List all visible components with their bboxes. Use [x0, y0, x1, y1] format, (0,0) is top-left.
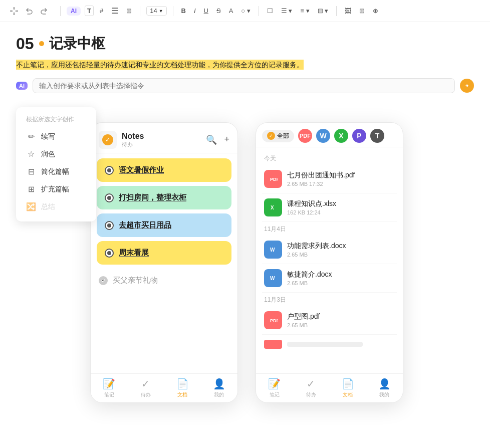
- subtitle-text: 不止笔记，应用还包括轻量的待办速记和专业的文档处理功能，为你提供全方位的记录服务…: [16, 60, 304, 70]
- highlight-btn[interactable]: A: [227, 6, 235, 16]
- filter-bar: ✓ 全部 PDF W X P T: [256, 123, 403, 147]
- file-item-1[interactable]: X 课程知识点.xlsx 162 KB 12:24: [262, 193, 397, 222]
- image-btn[interactable]: 🖼: [343, 6, 353, 16]
- phone-app-icon: ✓: [99, 131, 117, 149]
- table-btn[interactable]: ⊞: [124, 6, 134, 16]
- svg-text:PDF: PDF: [270, 318, 278, 323]
- move-icon[interactable]: [8, 5, 20, 17]
- filter-pdf[interactable]: PDF: [298, 129, 312, 143]
- text-btn[interactable]: T: [85, 6, 94, 16]
- right-nav-mine-label: 我的: [379, 391, 389, 398]
- task-radio-inner-3: [107, 223, 111, 228]
- nav-docs-label: 文档: [177, 391, 187, 398]
- ai-button[interactable]: AI: [67, 7, 81, 16]
- filter-ppt[interactable]: P: [352, 129, 366, 143]
- page-title: 记录中枢: [49, 34, 105, 53]
- file-info-partial: [287, 342, 395, 347]
- filter-text[interactable]: T: [370, 129, 384, 143]
- redo-icon[interactable]: [38, 5, 50, 17]
- checkbox-btn[interactable]: ☐: [265, 6, 275, 16]
- task-item-1[interactable]: 语文暑假作业: [97, 158, 231, 182]
- file-icon-partial: [264, 340, 282, 349]
- bullet-btn[interactable]: ☰ ▾: [279, 6, 295, 16]
- dropdown-menu: 根据所选文字创作 ✏ 续写 ☆ 润色 ⊟ 简化篇幅 ⊞ 扩充篇幅 🔀 总结: [16, 107, 96, 221]
- file-item-0[interactable]: PDF 七月份出团通知书.pdf 2.65 MB 17:32: [262, 165, 397, 193]
- file-name-0: 七月份出团通知书.pdf: [287, 171, 395, 180]
- task-radio-2: [105, 193, 114, 202]
- right-panel-documents: ✓ 全部 PDF W X P T 今天 PDF: [256, 122, 403, 403]
- filter-word[interactable]: W: [316, 129, 330, 143]
- right-nav-todo-label: 待办: [306, 391, 316, 398]
- bold-btn[interactable]: B: [179, 6, 188, 16]
- list-btn[interactable]: ☰: [109, 5, 120, 17]
- phone-tasks: 语文暑假作业 打扫房间，整理衣柜 去超市买日用品: [91, 153, 237, 270]
- table2-btn[interactable]: ⊞: [357, 6, 367, 16]
- right-nav-mine[interactable]: 👤 我的: [366, 374, 403, 402]
- filter-check-icon: ✓: [267, 132, 275, 140]
- file-info-2: 功能需求列表.docx 2.65 MB: [287, 242, 395, 258]
- dropdown-item-polish[interactable]: ☆ 润色: [20, 145, 92, 163]
- phone-nav-docs[interactable]: 📄 文档: [164, 374, 201, 402]
- phone-nav-notes[interactable]: 📝 笔记: [91, 374, 127, 402]
- right-nav-notes[interactable]: 📝 笔记: [256, 374, 293, 402]
- phone-nav-todo[interactable]: ✓ 待办: [127, 374, 164, 402]
- file-meta-2: 2.65 MB: [287, 252, 395, 258]
- font-size-selector[interactable]: 14 ▼: [146, 6, 166, 16]
- phone-nav-mine[interactable]: 👤 我的: [201, 374, 237, 402]
- divider-3: [173, 6, 173, 16]
- hash-btn[interactable]: #: [98, 6, 105, 16]
- orange-dot: [39, 41, 44, 46]
- summary-icon: 🔀: [26, 202, 36, 211]
- task-text-3: 去超市买日用品: [119, 220, 171, 230]
- nav-todo-icon: ✓: [141, 378, 150, 390]
- file-info-1: 课程知识点.xlsx 162 KB 12:24: [287, 199, 395, 215]
- date-nov3: 11月3日: [262, 293, 397, 306]
- task-item-4[interactable]: 周末看展: [97, 241, 231, 265]
- file-item-partial[interactable]: [262, 335, 397, 354]
- file-list: 今天 PDF 七月份出团通知书.pdf 2.65 MB 17:32: [256, 147, 403, 373]
- svg-text:W: W: [270, 247, 275, 253]
- circle-btn[interactable]: ○ ▾: [239, 6, 252, 16]
- task-item-3[interactable]: 去超市买日用品: [97, 213, 231, 237]
- ai-input[interactable]: [39, 82, 448, 90]
- right-nav-todo[interactable]: ✓ 待办: [293, 374, 329, 402]
- file-meta-3: 2.65 MB: [287, 280, 395, 286]
- phone-search-icon[interactable]: 🔍: [206, 134, 217, 145]
- filter-excel[interactable]: X: [334, 129, 348, 143]
- toolbar-nav: [8, 5, 50, 17]
- task-item-completed[interactable]: 买父亲节礼物: [91, 270, 237, 291]
- file-item-4[interactable]: PDF 户型图.pdf 2.65 MB: [262, 306, 397, 335]
- underline-btn[interactable]: U: [202, 6, 210, 16]
- nav-docs-icon: 📄: [176, 378, 189, 390]
- task-item-2[interactable]: 打扫房间，整理衣柜: [97, 186, 231, 209]
- main-content: 05 记录中枢 不止笔记，应用还包括轻量的待办速记和专业的文档处理功能，为你提供…: [0, 22, 490, 93]
- nav-mine-icon: 👤: [213, 378, 225, 390]
- align-btn[interactable]: ≡ ▾: [298, 6, 311, 16]
- file-item-2[interactable]: W 功能需求列表.docx 2.65 MB: [262, 236, 397, 264]
- strikethrough-btn[interactable]: S: [214, 6, 223, 16]
- file-info-0: 七月份出团通知书.pdf 2.65 MB 17:32: [287, 171, 395, 187]
- right-nav-docs[interactable]: 📄 文档: [330, 374, 366, 402]
- phone-app-info: Notes 待办: [122, 132, 144, 148]
- ai-input-container[interactable]: [33, 78, 455, 93]
- dropdown-item-continue[interactable]: ✏ 续写: [20, 128, 92, 145]
- file-item-3[interactable]: W 敏捷简介.docx 2.65 MB: [262, 264, 397, 293]
- right-nav-docs-label: 文档: [343, 391, 353, 398]
- ai-send-button[interactable]: [460, 79, 474, 93]
- svg-text:X: X: [271, 205, 274, 210]
- insert-btn[interactable]: ⊕: [371, 6, 380, 16]
- right-nav-mine-icon: 👤: [378, 378, 391, 390]
- indent-btn[interactable]: ⊟ ▾: [316, 6, 331, 16]
- dropdown-item-summary[interactable]: 🔀 总结: [20, 198, 92, 215]
- filter-all-chip[interactable]: ✓ 全部: [262, 130, 294, 142]
- dropdown-item-shorten[interactable]: ⊟ 简化篇幅: [20, 163, 92, 180]
- dropdown-item-expand[interactable]: ⊞ 扩充篇幅: [20, 180, 92, 198]
- phone-header: ✓ Notes 待办 🔍 +: [91, 123, 237, 153]
- undo-icon[interactable]: [23, 5, 35, 17]
- phone-add-icon[interactable]: +: [224, 134, 229, 145]
- divider-5: [336, 6, 337, 16]
- right-nav-todo-icon: ✓: [307, 378, 315, 390]
- divider-2: [140, 6, 140, 16]
- italic-btn[interactable]: I: [192, 6, 198, 16]
- file-meta-1: 162 KB 12:24: [287, 209, 395, 215]
